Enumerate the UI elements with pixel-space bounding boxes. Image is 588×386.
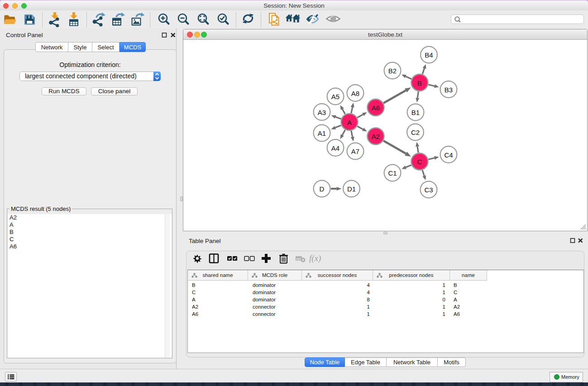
svg-text:C3: C3 (424, 186, 433, 194)
svg-text:A2: A2 (372, 133, 380, 140)
svg-text:C4: C4 (444, 151, 453, 159)
svg-text:C2: C2 (411, 129, 420, 136)
svg-text:B3: B3 (445, 86, 453, 94)
svg-text:D1: D1 (347, 185, 356, 193)
svg-text:C1: C1 (388, 169, 397, 177)
svg-text:A4: A4 (331, 144, 339, 152)
svg-text:B1: B1 (411, 109, 420, 116)
svg-text:A: A (347, 119, 352, 126)
svg-text:A5: A5 (331, 93, 339, 100)
svg-text:A1: A1 (318, 129, 326, 137)
svg-text:A8: A8 (351, 90, 359, 97)
svg-text:B4: B4 (425, 51, 433, 59)
svg-text:A6: A6 (372, 104, 380, 112)
svg-text:D: D (320, 185, 325, 193)
svg-text:A3: A3 (318, 109, 326, 116)
svg-text:B2: B2 (388, 67, 397, 75)
svg-text:B: B (417, 79, 422, 87)
svg-text:A7: A7 (351, 148, 359, 155)
svg-text:C: C (417, 158, 422, 166)
